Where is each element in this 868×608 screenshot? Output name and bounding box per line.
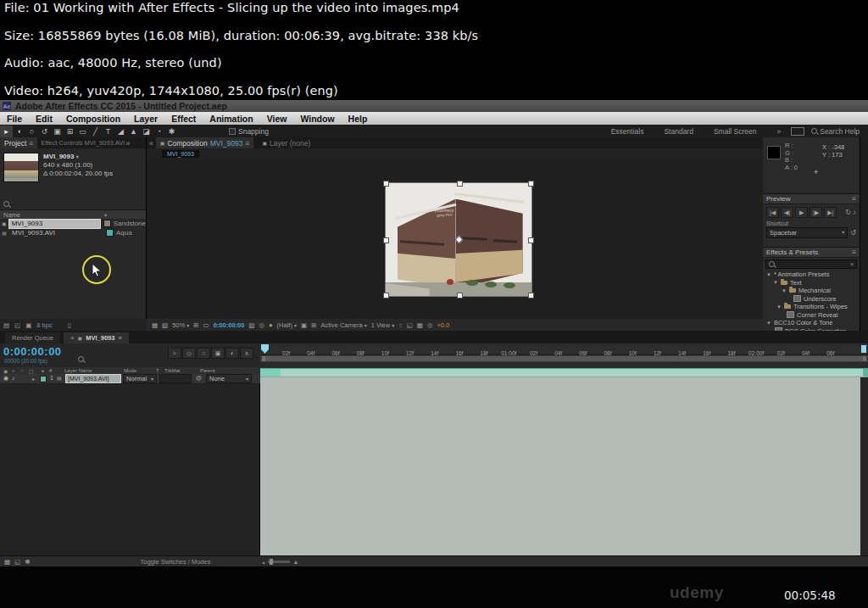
timeline-scrollbar[interactable] [860, 377, 868, 558]
tree-mechanical[interactable]: ▼Mechanical [763, 287, 860, 295]
puppet-pin-tool-icon[interactable]: ✱ [165, 126, 178, 137]
camera-tool-icon[interactable]: ▣ [51, 126, 64, 137]
menu-composition[interactable]: Composition [59, 114, 127, 124]
bit-depth-button[interactable]: 8 bpc [36, 321, 52, 329]
snapshot-icon[interactable]: ▧ [248, 321, 254, 329]
loop-icon[interactable]: ↻ [845, 209, 851, 216]
layer-bar-out-handle[interactable] [863, 369, 868, 377]
timeline-track-area[interactable] [260, 377, 868, 558]
menu-edit[interactable]: Edit [29, 114, 59, 124]
workspace-small-screen[interactable]: Small Screen [704, 127, 767, 136]
effects-search-input[interactable]: × [765, 259, 857, 269]
caret-down-icon[interactable]: ▼ [766, 272, 771, 277]
shape-tool-icon[interactable]: ▭ [76, 126, 89, 137]
view-mode-dropdown[interactable]: Active Camera ▾ [320, 321, 366, 329]
interpret-footage-icon[interactable]: ▤ [3, 321, 9, 329]
mode-column-header[interactable]: Mode [124, 368, 136, 373]
project-item-thumbnail[interactable] [3, 153, 39, 182]
pan-behind-tool-icon[interactable]: ⊞ [64, 126, 76, 137]
viewer-timecode[interactable]: 0:00:00:00 [214, 321, 245, 329]
layer-label-swatch[interactable] [40, 376, 47, 382]
pixel-aspect-icon[interactable]: ○ [398, 321, 403, 329]
workspace-overflow-icon[interactable]: » [766, 127, 791, 136]
layer-audio-icon[interactable]: ♪ [12, 375, 15, 381]
menu-layer[interactable]: Layer [127, 114, 164, 124]
project-row-footage[interactable]: ▤ MVI_9093.AVI Aqua [0, 228, 146, 237]
exposure-value[interactable]: +0.0 [437, 321, 449, 329]
layer-name-column-header[interactable]: Layer Name [64, 368, 92, 373]
selection-handle[interactable] [383, 237, 389, 243]
menu-file[interactable]: File [0, 114, 29, 124]
zoom-tool-icon[interactable]: ○ [25, 126, 38, 137]
project-search-icon[interactable] [3, 201, 9, 207]
first-frame-button[interactable]: |◀ [766, 207, 779, 218]
snapping-toggle[interactable]: Snapping [229, 127, 269, 136]
trash-icon[interactable]: ▯ [68, 321, 71, 329]
tree-animation-presets[interactable]: ▼* Animation Presets [763, 271, 860, 279]
work-area-end-handle[interactable] [863, 356, 866, 361]
search-help-label[interactable]: Search Help [820, 127, 860, 136]
selection-handle[interactable] [383, 293, 389, 298]
effects-menu-icon[interactable]: ≡ [852, 248, 856, 256]
zoom-slider-thumb[interactable] [270, 559, 273, 565]
tab-project[interactable]: Project ≡ [0, 137, 37, 148]
magnification-icon[interactable]: ▧ [162, 321, 168, 329]
brush-tool-icon[interactable]: ◢ [114, 126, 127, 137]
show-snapshot-icon[interactable]: ◎ [259, 321, 265, 329]
tree-text[interactable]: ▼Text [763, 279, 860, 287]
expand-layers-icon[interactable]: ▦ [4, 558, 10, 566]
hide-shy-icon[interactable]: ○ [197, 348, 210, 359]
layer-mode-dropdown[interactable]: Normal▾ [123, 374, 157, 383]
timeline-menu-icon[interactable]: ≡ [118, 334, 121, 342]
label-swatch-sandstone[interactable] [103, 220, 111, 227]
zoom-in-mountain-icon[interactable]: ▲ [292, 559, 298, 565]
expand-inout-icon[interactable]: ◱ [14, 558, 20, 566]
fast-previews-icon[interactable]: ▣ [301, 321, 307, 329]
always-preview-icon[interactable]: ▦ [152, 321, 158, 329]
tree-transitions-wipes[interactable]: ▼Transitions - Wipes [763, 303, 860, 311]
layer-expand-icon[interactable]: ▸ [32, 376, 35, 382]
shortcut-dropdown[interactable]: Spacebar▾ [766, 227, 848, 238]
draft-3d-icon[interactable]: ◇ [182, 348, 196, 359]
layer-parent-dropdown[interactable]: None▾ [206, 374, 252, 383]
mute-audio-icon[interactable]: ♪ [853, 209, 856, 216]
new-folder-icon[interactable]: ◰ [14, 321, 20, 329]
layer-row[interactable]: ◉ ♪ ▸ 1 ▤ [MVI_9093.AVI] Normal▾ @ None▾ [0, 374, 260, 384]
project-row-footage-name[interactable]: MVI_9093.AVI [8, 229, 103, 237]
resolution-dropdown[interactable]: (Half) ▾ [277, 321, 297, 329]
tabs-back-icon[interactable]: « [147, 139, 156, 148]
tree-bcc10[interactable]: ▼BCC10 Color & Tone [763, 319, 860, 327]
layer-trkmat-box[interactable] [159, 374, 192, 383]
next-frame-button[interactable]: |▶ [810, 207, 822, 218]
video-frame[interactable]: Pharmacy Drive Thru [386, 183, 531, 296]
chevron-down-icon[interactable]: ▾ [76, 154, 79, 159]
project-item-name[interactable]: MVI_9093 [43, 153, 74, 160]
reset-icon[interactable]: ↺ [850, 229, 856, 237]
frame-blend-icon[interactable]: ▣ [211, 348, 225, 359]
selection-handle[interactable] [457, 293, 463, 298]
viewer-tab-comp[interactable]: MVI_9093 [162, 150, 199, 158]
motion-blur-icon[interactable]: ◐ [225, 348, 239, 359]
selection-handle[interactable] [383, 181, 389, 187]
layer-name[interactable]: [MVI_9093.AVI] [65, 374, 121, 383]
view-layout-dropdown[interactable]: 1 View ▾ [371, 321, 395, 329]
clone-stamp-tool-icon[interactable]: ▲ [127, 126, 140, 137]
pen-tool-icon[interactable]: ╱ [89, 126, 102, 137]
ruler-end-marker[interactable] [861, 345, 866, 353]
tree-underscore[interactable]: Underscore [763, 295, 860, 304]
work-area-range[interactable] [262, 356, 866, 361]
menu-window[interactable]: Window [293, 114, 341, 124]
caret-down-icon[interactable]: ▼ [782, 288, 787, 293]
hand-tool-icon[interactable]: ◖ [13, 126, 25, 137]
current-time-indicator[interactable] [261, 344, 269, 354]
zoom-level-dropdown[interactable]: 50% ▾ [172, 321, 189, 329]
selection-handle[interactable] [528, 293, 534, 298]
last-frame-button[interactable]: ▶| [824, 207, 837, 218]
comp-panel-menu-icon[interactable]: ≡ [245, 139, 249, 148]
transparency-grid-icon[interactable]: ⊞ [311, 321, 316, 329]
label-swatch-aqua[interactable] [106, 229, 114, 237]
mini-flowchart-icon[interactable]: ≈ [168, 348, 181, 359]
timeline-button-icon[interactable]: ◱ [407, 321, 413, 329]
zoom-out-mountain-icon[interactable]: ▲ [261, 560, 265, 565]
play-button[interactable]: ▶ [795, 207, 808, 218]
